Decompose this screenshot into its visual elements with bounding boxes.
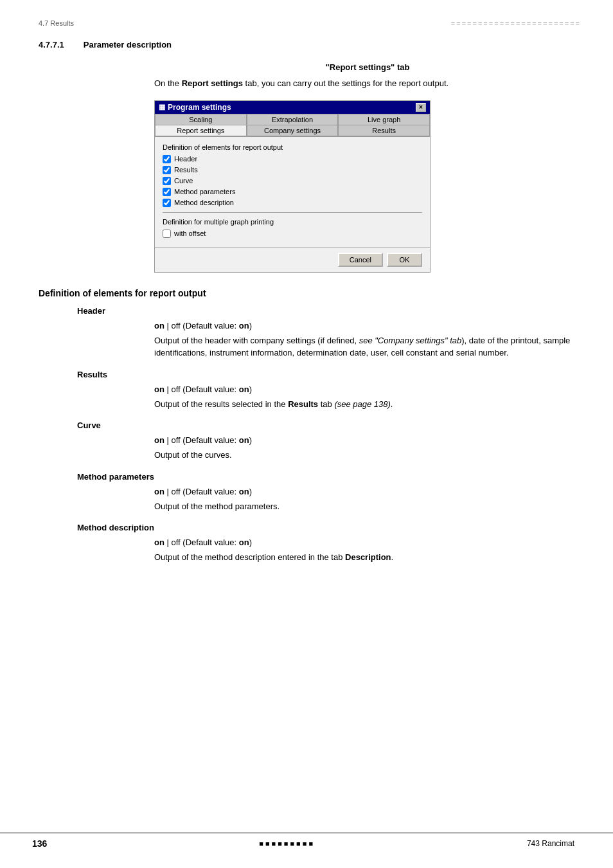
definition-label: Definition of elements for report output [163, 143, 422, 151]
doc-header-heading: Header [77, 306, 581, 316]
page-header: 4.7 Results ======================== [39, 19, 581, 27]
doc-method-params-heading: Method parameters [77, 472, 581, 482]
checkbox-method-description-label: Method description [174, 199, 234, 206]
checkbox-curve-label: Curve [174, 177, 193, 185]
dialog-body: Definition of elements for report output… [155, 137, 430, 247]
section-number: 4.7.7.1 [39, 40, 64, 50]
checkbox-with-offset-label: with offset [174, 230, 206, 237]
section-header: 4.7.7.1 Parameter description [39, 40, 581, 52]
tab-row-1: Scaling Extrapolation Live graph [155, 114, 430, 125]
checkbox-header[interactable] [163, 155, 171, 163]
checkbox-method-params-row: Method parameters [163, 188, 422, 196]
program-settings-dialog: ▦ Program settings × Scaling Extrapolati… [154, 100, 431, 273]
page-footer: 136 ■■■■■■■■■ 743 Rancimat [0, 833, 613, 849]
checkbox-curve[interactable] [163, 177, 171, 185]
tab-live-graph[interactable]: Live graph [338, 114, 430, 125]
page: 4.7 Results ======================== 4.7… [0, 0, 613, 868]
doc-method-desc-content: on | off (Default value: on) Output of t… [154, 538, 581, 564]
doc-results-description: Output of the results selected in the Re… [154, 398, 581, 411]
doc-method-params-on-off: on | off (Default value: on) [154, 487, 581, 496]
doc-curve-on-off: on | off (Default value: on) [154, 435, 581, 445]
ok-button[interactable]: OK [387, 253, 422, 267]
doc-curve-content: on | off (Default value: on) Output of t… [154, 435, 581, 462]
doc-section: Definition of elements for report output… [39, 288, 581, 564]
doc-method-desc-heading: Method description [77, 523, 581, 532]
tab-row-2: Report settings Company settings Results [155, 125, 430, 136]
footer-page-number: 136 [32, 838, 47, 849]
checkbox-header-row: Header [163, 155, 422, 163]
checkbox-method-parameters[interactable] [163, 188, 171, 196]
header-left: 4.7 Results [39, 19, 74, 27]
dialog-tabs: Scaling Extrapolation Live graph Report … [155, 114, 430, 137]
checkbox-results-row: Results [163, 166, 422, 174]
checkbox-method-desc-row: Method description [163, 199, 422, 207]
multiple-graph-label: Definition for multiple graph printing [163, 218, 422, 226]
checkbox-with-offset[interactable] [163, 230, 171, 238]
checkbox-header-label: Header [174, 155, 197, 163]
header-dots: ======================== [451, 19, 581, 27]
doc-header-content: on | off (Default value: on) Output of t… [154, 321, 581, 359]
dialog-icon: ▦ [159, 103, 165, 111]
footer-product: 743 Rancimat [527, 839, 574, 848]
dialog-title: Program settings [168, 103, 231, 112]
checkbox-curve-row: Curve [163, 177, 422, 185]
checkbox-with-offset-row: with offset [163, 230, 422, 238]
tab-heading: "Report settings" tab [154, 62, 581, 72]
doc-curve-description: Output of the curves. [154, 449, 581, 462]
doc-method-desc-section: Method description on | off (Default val… [39, 523, 581, 564]
doc-results-content: on | off (Default value: on) Output of t… [154, 384, 581, 411]
doc-results-heading: Results [77, 370, 581, 379]
dialog-close-button[interactable]: × [416, 103, 426, 112]
tab-scaling[interactable]: Scaling [155, 114, 247, 125]
tab-results[interactable]: Results [338, 125, 430, 136]
doc-header-section: Header on | off (Default value: on) Outp… [39, 306, 581, 359]
doc-method-params-section: Method parameters on | off (Default valu… [39, 472, 581, 513]
dialog-title-bar: ▦ Program settings × [155, 101, 430, 114]
tab-report-settings[interactable]: Report settings [155, 125, 247, 136]
doc-method-params-description: Output of the method parameters. [154, 500, 581, 513]
checkbox-results[interactable] [163, 166, 171, 174]
doc-curve-section: Curve on | off (Default value: on) Outpu… [39, 420, 581, 462]
tab-extrapolation[interactable]: Extrapolation [247, 114, 339, 125]
doc-results-section: Results on | off (Default value: on) Out… [39, 370, 581, 411]
dialog-divider [163, 212, 422, 213]
section-title: Parameter description [84, 40, 172, 52]
checkbox-method-parameters-label: Method parameters [174, 188, 235, 195]
checkbox-results-label: Results [174, 166, 198, 174]
checkbox-method-description[interactable] [163, 199, 171, 207]
dialog-footer: Cancel OK [155, 247, 430, 272]
footer-dots: ■■■■■■■■■ [259, 840, 315, 847]
cancel-button[interactable]: Cancel [338, 253, 383, 267]
intro-text: On the Report settings tab, you can carr… [154, 77, 581, 90]
doc-header-description: Output of the header with company settin… [154, 334, 581, 359]
doc-method-params-content: on | off (Default value: on) Output of t… [154, 487, 581, 513]
doc-header-on-off: on | off (Default value: on) [154, 321, 581, 330]
doc-curve-heading: Curve [77, 420, 581, 430]
doc-results-on-off: on | off (Default value: on) [154, 384, 581, 394]
doc-method-desc-on-off: on | off (Default value: on) [154, 538, 581, 547]
tab-company-settings[interactable]: Company settings [247, 125, 339, 136]
doc-method-desc-description: Output of the method description entered… [154, 551, 581, 564]
doc-main-heading: Definition of elements for report output [39, 288, 581, 298]
